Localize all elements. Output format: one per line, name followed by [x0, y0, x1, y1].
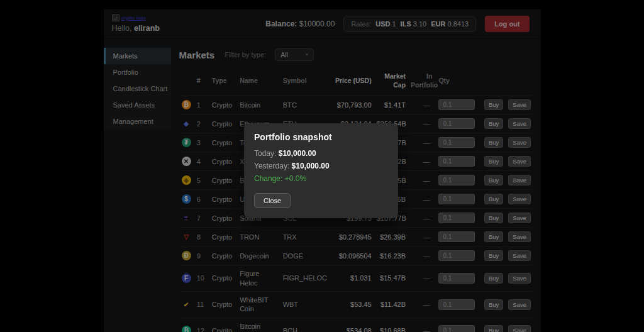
yesterday-value: $10,000.00 [292, 162, 330, 170]
change-line: Change: +0.0% [254, 174, 388, 183]
close-button[interactable]: Close [254, 193, 291, 208]
today-line: Today: $10,000.00 [254, 149, 388, 158]
portfolio-snapshot-modal: Portfolio snapshot Today: $10,000.00 Yes… [244, 123, 398, 218]
modal-title: Portfolio snapshot [254, 132, 388, 142]
today-value: $10,000.00 [279, 149, 316, 158]
change-value: +0.0% [285, 174, 306, 183]
yesterday-line: Yesterday: $10,000.00 [254, 162, 388, 170]
